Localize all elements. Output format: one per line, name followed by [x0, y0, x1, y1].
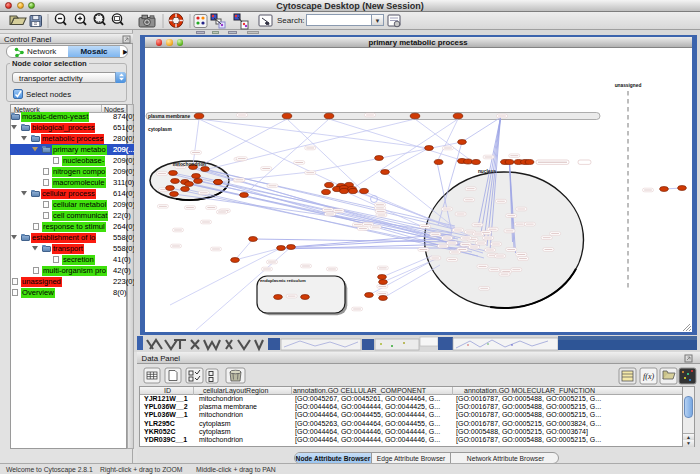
svg-text:unassigned: unassigned [614, 83, 641, 88]
svg-text:nucleus: nucleus [477, 168, 495, 173]
svg-text:endoplasmic reticulum: endoplasmic reticulum [260, 277, 306, 282]
svg-text:f(x): f(x) [643, 372, 654, 381]
svg-text:cytoplasm: cytoplasm [148, 126, 172, 131]
svg-text:mitochondrion: mitochondrion [172, 161, 206, 166]
svg-text:plasma membrane: plasma membrane [148, 113, 190, 118]
